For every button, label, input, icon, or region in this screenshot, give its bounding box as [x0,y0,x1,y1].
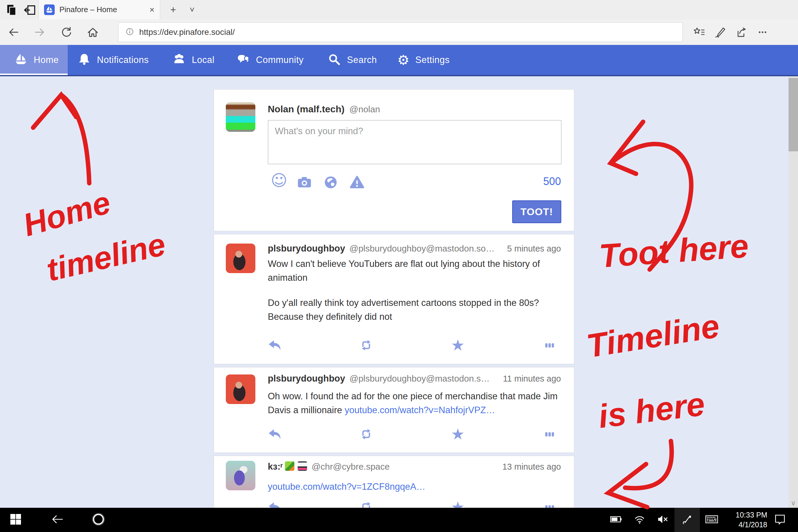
share-icon[interactable] [735,26,747,39]
nav-tab-search[interactable]: Search [327,45,377,75]
screenshot-root: Pinafore – Home × + ˅ https://dev.pinafo… [0,0,798,532]
toot-timestamp[interactable]: 5 minutes ago [507,244,561,253]
clock-time: 10:33 PM [736,510,767,520]
people-group-icon [172,53,186,68]
toot-text: Oh wow. I found the ad for the one piece… [268,389,563,417]
scrollbar-down-arrow-icon[interactable]: ∨ [788,499,798,507]
nav-tab-notifications[interactable]: Notifications [77,45,149,75]
site-info-icon[interactable] [125,26,135,38]
back-button[interactable] [7,26,20,39]
content-warning-icon[interactable] [349,175,365,191]
toot-handle: @plsburydoughboy@mastodon.s… [349,374,490,383]
gear-icon: ⚙ [397,53,409,67]
compose-input[interactable] [268,120,562,164]
action-center-icon[interactable] [773,513,787,527]
url-text: https://dev.pinafore.social/ [139,27,235,37]
taskbar-back-button[interactable] [51,513,64,527]
browser-tab-bar: Pinafore – Home × + ˅ [0,0,798,19]
toot-timestamp[interactable]: 11 minutes ago [503,374,561,384]
toot-display-name[interactable]: plsburydoughboy [268,373,345,384]
bell-icon [77,53,91,68]
boost-icon[interactable] [359,428,373,441]
tab-title: Pinafore – Home [59,5,149,14]
reply-icon[interactable] [268,500,281,508]
toot-button[interactable]: TOOT! [512,201,561,223]
favorites-hub-icon[interactable] [693,26,706,39]
pinafore-nav-bar: Home Notifications Local Community Searc… [0,45,798,76]
browser-tab[interactable]: Pinafore – Home × [38,0,160,19]
attach-media-camera-icon[interactable] [297,175,312,191]
toot-item: kз:ʳ @chr@cybre.space 13 minutes ago you… [214,456,574,508]
favorite-star-icon[interactable]: ★ [451,338,464,352]
avatar[interactable] [226,102,255,132]
toot-text: Do y'all really think toy advertisement … [268,296,563,324]
wifi-icon[interactable] [633,513,646,527]
nav-tab-local[interactable]: Local [172,45,214,75]
pinafore-favicon-sailboat-icon [44,4,55,15]
favorite-star-icon[interactable]: ★ [451,500,464,508]
web-note-pen-icon[interactable] [714,26,727,39]
cortana-button[interactable] [92,513,105,527]
chat-bubbles-icon [236,53,250,68]
page-scrollbar-thumb[interactable] [788,78,798,151]
more-options-icon[interactable] [756,26,769,39]
windows-ink-pen-block[interactable] [674,508,700,532]
nav-label-notifications: Notifications [97,55,149,65]
reply-icon[interactable] [268,428,281,441]
compose-display-name: Nolan (malf.tech) [268,104,345,114]
toot-display-name[interactable]: plsburydoughboy [268,243,345,253]
compose-handle: @nolan [349,104,380,114]
close-tab-icon[interactable]: × [149,5,155,15]
emoji-picker-icon[interactable]: ☺ [271,173,287,188]
toot-item: plsburydoughboy @plsburydoughboy@mastodo… [214,234,574,364]
toot-more-icon[interactable] [543,338,556,352]
toot-timestamp[interactable]: 13 minutes ago [502,462,561,472]
tab-preview-chevron-icon[interactable]: ˅ [183,0,201,19]
toot-actions: ★ [268,500,556,508]
toot-display-name[interactable]: kз:ʳ [268,461,283,472]
windows-taskbar: 10:33 PM 4/1/2018 [0,508,798,532]
toot-handle: @chr@cybre.space [311,462,390,471]
boost-icon[interactable] [359,338,373,352]
battery-icon[interactable] [609,513,623,527]
clock-date: 4/1/2018 [736,520,767,530]
toot-text: Wow I can't believe YouTubers are flat o… [268,257,563,285]
volume-muted-icon[interactable] [656,513,669,527]
nav-label-home: Home [34,55,59,65]
boost-icon[interactable] [359,500,373,508]
nav-label-community: Community [256,55,304,65]
touch-keyboard-icon[interactable] [705,512,719,528]
taskbar-clock[interactable]: 10:33 PM 4/1/2018 [736,510,767,530]
set-tabs-aside-icon[interactable] [24,3,37,18]
toot-link[interactable]: youtube.com/watch?v=NahfojrVPZ… [345,405,495,415]
toot-actions: ★ [268,428,556,441]
toot-actions: ★ [268,338,556,352]
nav-label-search: Search [347,55,377,65]
toot-item: plsburydoughboy @plsburydoughboy@mastodo… [214,367,574,453]
sailboat-home-icon [14,53,28,68]
reply-icon[interactable] [268,338,281,352]
avatar[interactable] [226,461,255,490]
refresh-button[interactable] [60,26,73,39]
favorite-star-icon[interactable]: ★ [451,428,464,441]
nav-tab-community[interactable]: Community [236,45,304,75]
search-icon [327,53,341,68]
new-tab-button[interactable]: + [164,0,182,19]
avatar[interactable] [226,375,255,404]
nav-tab-settings[interactable]: ⚙ Settings [397,45,450,75]
avatar[interactable] [226,244,255,273]
nav-tab-home[interactable]: Home [14,45,59,75]
nav-label-local: Local [192,55,214,65]
tabs-set-aside-list-icon[interactable] [5,3,18,18]
toot-more-icon[interactable] [543,500,556,508]
start-button-windows-icon[interactable] [10,513,22,527]
home-button[interactable] [86,26,99,39]
privacy-globe-icon[interactable] [323,175,338,191]
address-bar[interactable]: https://dev.pinafore.social/ [118,22,683,42]
toot-link[interactable]: youtube.com/watch?v=1ZCF8ngqeA… [268,480,563,494]
page-scrollbar-track[interactable]: ∨ [788,76,798,508]
forward-button[interactable] [33,26,46,39]
char-count: 500 [543,175,561,188]
nav-label-settings: Settings [415,55,450,65]
toot-more-icon[interactable] [543,428,556,441]
